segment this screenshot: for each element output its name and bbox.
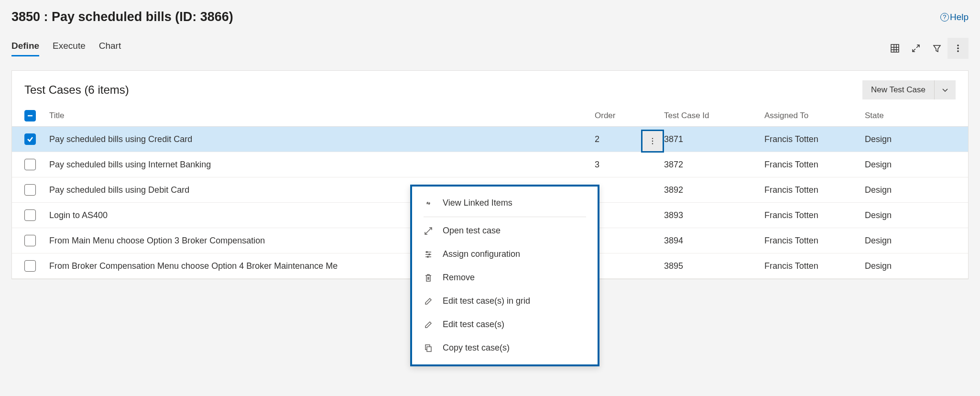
row-checkbox[interactable] bbox=[24, 235, 36, 246]
help-link[interactable]: ? Help bbox=[940, 12, 969, 22]
row-more-button[interactable] bbox=[641, 130, 664, 153]
table-row[interactable]: Pay scheduled bills using Internet Banki… bbox=[12, 152, 968, 177]
row-id: 3892 bbox=[664, 185, 764, 195]
svg-point-15 bbox=[426, 251, 428, 253]
tab-define[interactable]: Define bbox=[11, 41, 39, 56]
row-title: Pay scheduled bills using Credit Card bbox=[49, 134, 595, 144]
menu-item-label: Assign configuration bbox=[443, 249, 520, 259]
column-header-order[interactable]: Order bbox=[595, 111, 664, 121]
open-icon bbox=[424, 226, 433, 236]
grid-view-button[interactable] bbox=[884, 38, 905, 59]
menu-item-label: Edit test case(s) bbox=[443, 319, 504, 330]
row-id: 3894 bbox=[664, 236, 764, 246]
table-header: Title Order Test Case Id Assigned To Sta… bbox=[12, 105, 968, 127]
row-assigned: Francis Totten bbox=[764, 210, 865, 220]
menu-item-label: Remove bbox=[443, 273, 475, 283]
grid-icon bbox=[890, 44, 900, 53]
svg-point-6 bbox=[958, 48, 959, 49]
trash-icon bbox=[424, 273, 433, 283]
help-icon: ? bbox=[940, 13, 949, 22]
svg-point-11 bbox=[652, 143, 653, 144]
row-id: 3871 bbox=[664, 134, 764, 144]
row-context-menu: View Linked Items Open test case Assign … bbox=[410, 185, 599, 366]
row-order: 5 bbox=[595, 210, 664, 220]
copy-icon bbox=[424, 343, 433, 353]
menu-item-label: View Linked Items bbox=[443, 198, 512, 208]
row-checkbox[interactable] bbox=[24, 260, 36, 272]
row-checkbox[interactable] bbox=[24, 133, 36, 145]
menu-item-edit[interactable]: Edit test case(s) bbox=[412, 313, 598, 336]
row-order: 4 bbox=[595, 185, 664, 195]
svg-point-9 bbox=[652, 138, 653, 139]
menu-item-view-linked[interactable]: View Linked Items bbox=[412, 191, 598, 215]
more-vertical-icon bbox=[953, 44, 963, 53]
column-header-state[interactable]: State bbox=[865, 111, 956, 121]
expand-button[interactable] bbox=[905, 38, 926, 59]
page-title: 3850 : Pay scheduled bills (ID: 3866) bbox=[11, 10, 233, 24]
tabs: Define Execute Chart bbox=[11, 41, 121, 56]
row-assigned: Francis Totten bbox=[764, 134, 865, 144]
row-title: Pay scheduled bills using Internet Banki… bbox=[49, 160, 595, 170]
row-state: Design bbox=[865, 185, 956, 195]
chevron-down-icon bbox=[941, 86, 949, 94]
row-state: Design bbox=[865, 210, 956, 220]
new-test-case-button[interactable]: New Test Case bbox=[862, 80, 934, 99]
row-checkbox[interactable] bbox=[24, 184, 36, 196]
svg-rect-18 bbox=[427, 347, 431, 352]
menu-item-label: Open test case bbox=[443, 226, 501, 236]
menu-item-label: Edit test case(s) in grid bbox=[443, 296, 530, 306]
menu-item-open[interactable]: Open test case bbox=[412, 219, 598, 242]
row-order: 3 bbox=[595, 160, 664, 170]
menu-item-copy[interactable]: Copy test case(s) bbox=[412, 336, 598, 360]
menu-item-assign-config[interactable]: Assign configuration bbox=[412, 242, 598, 266]
row-state: Design bbox=[865, 236, 956, 246]
filter-icon bbox=[932, 44, 942, 53]
svg-point-7 bbox=[958, 51, 959, 52]
svg-point-16 bbox=[429, 253, 430, 255]
new-test-case-dropdown[interactable] bbox=[934, 80, 956, 99]
svg-point-5 bbox=[958, 45, 959, 46]
table-row[interactable]: Pay scheduled bills using Credit Card 2 … bbox=[12, 127, 968, 152]
svg-point-10 bbox=[652, 141, 653, 142]
config-icon bbox=[424, 250, 433, 259]
select-all-checkbox[interactable] bbox=[24, 110, 36, 121]
row-assigned: Francis Totten bbox=[764, 160, 865, 170]
menu-item-remove[interactable]: Remove bbox=[412, 266, 598, 289]
row-assigned: Francis Totten bbox=[764, 236, 865, 246]
row-order: 7 bbox=[595, 261, 664, 271]
more-actions-button[interactable] bbox=[947, 38, 969, 59]
edit-icon bbox=[424, 297, 433, 306]
panel-title: Test Cases (6 items) bbox=[24, 83, 129, 97]
toolbar bbox=[884, 38, 969, 59]
row-assigned: Francis Totten bbox=[764, 261, 865, 271]
row-state: Design bbox=[865, 261, 956, 271]
svg-point-17 bbox=[427, 256, 429, 257]
edit-icon bbox=[424, 320, 433, 330]
tab-execute[interactable]: Execute bbox=[53, 41, 86, 56]
column-header-title[interactable]: Title bbox=[49, 111, 595, 121]
row-id: 3893 bbox=[664, 210, 764, 220]
row-checkbox[interactable] bbox=[24, 159, 36, 170]
row-order: 6 bbox=[595, 236, 664, 246]
svg-rect-0 bbox=[891, 44, 899, 52]
more-vertical-icon bbox=[648, 137, 657, 145]
menu-item-label: Copy test case(s) bbox=[443, 343, 510, 353]
row-state: Design bbox=[865, 160, 956, 170]
menu-item-edit-grid[interactable]: Edit test case(s) in grid bbox=[412, 289, 598, 313]
link-icon bbox=[424, 198, 433, 208]
tab-chart[interactable]: Chart bbox=[99, 41, 121, 56]
row-id: 3872 bbox=[664, 160, 764, 170]
row-state: Design bbox=[865, 134, 956, 144]
column-header-id[interactable]: Test Case Id bbox=[664, 111, 764, 121]
help-label: Help bbox=[950, 12, 969, 22]
menu-divider bbox=[424, 217, 586, 217]
new-test-case-group: New Test Case bbox=[862, 80, 956, 99]
row-id: 3895 bbox=[664, 261, 764, 271]
column-header-assigned[interactable]: Assigned To bbox=[764, 111, 865, 121]
expand-icon bbox=[911, 44, 921, 53]
filter-button[interactable] bbox=[926, 38, 947, 59]
row-assigned: Francis Totten bbox=[764, 185, 865, 195]
row-checkbox[interactable] bbox=[24, 209, 36, 221]
